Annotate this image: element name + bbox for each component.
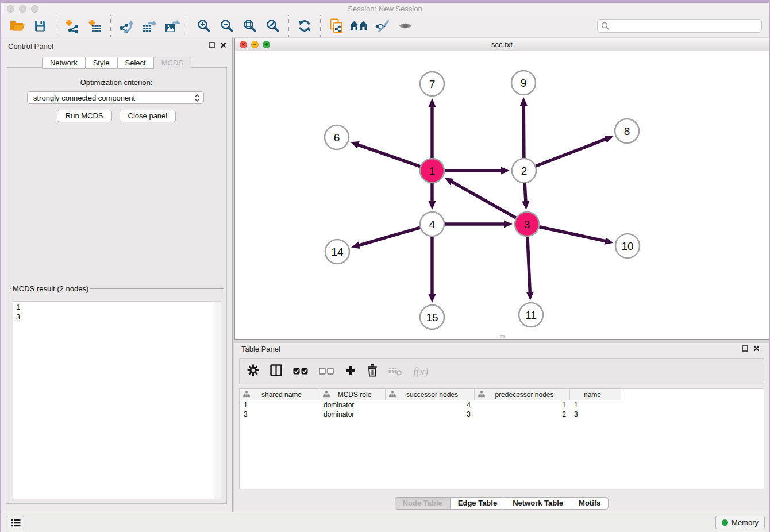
clone-network-icon — [329, 18, 343, 34]
mcds-tab-content: Optimization criterion: strongly connect… — [6, 67, 227, 504]
graph-edge[interactable] — [357, 145, 421, 167]
graph-node-8[interactable]: 8 — [615, 119, 639, 143]
function-builder-button[interactable]: f(x) — [413, 365, 428, 378]
mcds-result-box: MCDS result (2 nodes) 1 3 — [10, 284, 224, 502]
delete-table-button[interactable] — [388, 365, 402, 378]
import-network-button[interactable] — [62, 17, 82, 35]
close-panel-button[interactable]: Close panel — [120, 110, 176, 122]
refresh-button[interactable] — [295, 17, 314, 35]
network-canvas[interactable]: 7968124314101511 — [235, 51, 769, 339]
tab-mcds[interactable]: MCDS — [154, 57, 191, 69]
zoom-in-button[interactable] — [194, 17, 214, 35]
graph-node-9[interactable]: 9 — [511, 71, 536, 95]
search-icon — [601, 22, 610, 30]
export-image-button[interactable] — [163, 17, 182, 35]
import-table-button[interactable] — [85, 17, 105, 35]
graph-node-15[interactable]: 15 — [420, 305, 444, 329]
add-column-button[interactable] — [345, 365, 356, 379]
graph-edge[interactable] — [523, 105, 524, 159]
hierarchy-icon — [323, 391, 330, 398]
cell-mcds-role: dominator — [319, 400, 386, 410]
column-header-name[interactable]: name — [570, 389, 621, 400]
graph-node-6[interactable]: 6 — [325, 125, 349, 149]
minimize-network-window-button[interactable]: − — [251, 41, 259, 48]
float-table-panel-icon[interactable] — [742, 345, 748, 352]
close-network-window-button[interactable]: × — [240, 41, 247, 48]
tab-motifs[interactable]: Motifs — [571, 497, 609, 510]
mcds-result-text-area[interactable]: 1 3 — [13, 301, 221, 499]
tab-edge-table[interactable]: Edge Table — [451, 497, 505, 510]
column-header-shared-name[interactable]: shared name — [240, 389, 319, 400]
window-title: Session: New Session — [1, 3, 769, 15]
tab-network-table[interactable]: Network Table — [505, 497, 571, 510]
hierarchy-icon — [478, 391, 485, 398]
optimization-criterion-select[interactable]: strongly connected component — [27, 91, 204, 104]
save-session-button[interactable] — [30, 17, 50, 35]
tab-style[interactable]: Style — [86, 57, 118, 69]
graph-node-7[interactable]: 7 — [420, 72, 444, 96]
graph-edge[interactable] — [535, 139, 607, 167]
tab-node-table[interactable]: Node Table — [395, 497, 451, 510]
graph-node-3[interactable]: 3 — [515, 212, 539, 236]
zoom-fit-button[interactable] — [240, 17, 260, 35]
graph-edge[interactable] — [451, 182, 517, 219]
export-table-button[interactable] — [140, 17, 159, 35]
close-panel-icon[interactable] — [220, 42, 226, 48]
deselect-all-button[interactable] — [319, 367, 334, 377]
column-header-successor-nodes[interactable]: successor nodes — [386, 389, 475, 400]
export-network-button[interactable] — [117, 17, 136, 35]
column-header-mcds-role[interactable]: MCDS role — [319, 389, 386, 400]
open-session-button[interactable] — [7, 17, 27, 35]
graph-node-11[interactable]: 11 — [519, 303, 543, 327]
memory-button[interactable]: Memory — [715, 516, 765, 529]
cell-predecessor-nodes: 2 — [475, 410, 570, 419]
hide-graphics-details-button[interactable] — [372, 17, 392, 35]
maximize-network-window-button[interactable]: + — [263, 41, 270, 48]
application-window: Session: New Session — [1, 3, 769, 532]
task-history-button[interactable] — [7, 516, 24, 529]
search-field[interactable] — [597, 19, 762, 33]
close-window-button[interactable] — [7, 5, 14, 13]
graph-node-1[interactable]: 1 — [420, 159, 444, 183]
checked-boxes-icon — [293, 368, 308, 375]
graph-edge[interactable] — [538, 226, 606, 241]
tab-select[interactable]: Select — [118, 57, 154, 69]
result-line: 3 — [16, 312, 218, 322]
maximize-window-button[interactable] — [31, 5, 38, 13]
houses-button[interactable] — [349, 17, 369, 35]
clone-network-button[interactable] — [326, 17, 346, 35]
graph-edge[interactable] — [525, 182, 526, 202]
select-all-button[interactable] — [293, 367, 308, 377]
table-row[interactable]: 3 dominator 3 2 3 — [240, 410, 621, 419]
network-graph-svg[interactable]: 7968124314101511 — [235, 51, 769, 339]
minimize-window-button[interactable] — [19, 5, 26, 13]
column-header-predecessor-nodes[interactable]: predecessor nodes — [475, 389, 570, 400]
run-mcds-button[interactable]: Run MCDS — [57, 110, 112, 122]
delete-column-button[interactable] — [367, 364, 378, 379]
zoom-selected-button[interactable] — [263, 17, 283, 35]
table-row[interactable]: 1 dominator 4 1 1 — [240, 400, 621, 410]
graph-node-14[interactable]: 14 — [325, 240, 349, 264]
graph-node-4[interactable]: 4 — [420, 212, 444, 236]
graph-node-2[interactable]: 2 — [512, 159, 536, 183]
show-graphics-details-button[interactable] — [395, 17, 415, 35]
memory-status-dot — [722, 519, 728, 526]
graph-edge[interactable] — [528, 236, 530, 293]
zoom-out-button[interactable] — [217, 17, 237, 35]
column-layout-button[interactable] — [270, 364, 282, 379]
export-image-icon — [164, 19, 180, 33]
network-window-titlebar[interactable]: × − + scc.txt — [235, 38, 769, 52]
graph-node-label: 7 — [429, 78, 436, 90]
plus-icon — [345, 365, 356, 376]
graph-edge[interactable] — [358, 228, 421, 246]
float-panel-icon[interactable] — [209, 42, 215, 48]
graph-node-label: 4 — [429, 218, 436, 230]
tab-network[interactable]: Network — [42, 57, 86, 69]
close-table-panel-icon[interactable] — [753, 345, 760, 352]
graph-edge-arrowhead — [429, 294, 436, 303]
search-input[interactable] — [610, 21, 761, 31]
splitter-grip[interactable] — [500, 335, 505, 338]
table-settings-button[interactable] — [247, 364, 259, 379]
result-scrollbar[interactable] — [214, 302, 221, 499]
graph-node-10[interactable]: 10 — [615, 234, 640, 258]
